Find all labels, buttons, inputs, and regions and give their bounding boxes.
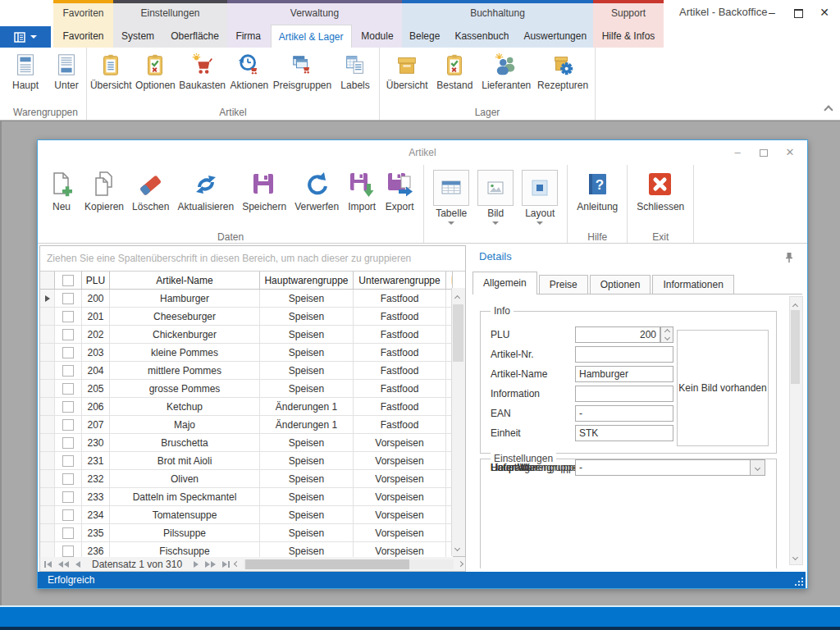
hscroll-right-icon[interactable]	[458, 561, 463, 567]
row-checkbox[interactable]	[55, 344, 82, 361]
bild-button[interactable]: Bild	[473, 168, 518, 226]
table-row[interactable]: 232 Oliven Speisen Vorspeisen	[40, 470, 453, 488]
ribbon-tab[interactable]: Artikel & Lager	[271, 25, 352, 48]
ribbon-tab[interactable]: Oberfläche	[163, 25, 226, 48]
ribbon-tab[interactable]: Favoriten	[55, 25, 111, 48]
artikel-uebersicht-button[interactable]: Übersicht	[90, 52, 132, 91]
child-titlebar[interactable]: Artikel – ✕	[38, 140, 807, 165]
row-checkbox[interactable]	[55, 362, 82, 379]
aktionen-button[interactable]: Aktionen	[229, 52, 270, 91]
pin-icon[interactable]	[784, 252, 794, 263]
scroll-up-icon[interactable]	[455, 291, 459, 303]
table-row[interactable]: 203 kleine Pommes Speisen Fastfood	[40, 344, 453, 362]
scroll-down-icon[interactable]	[455, 541, 459, 553]
row-checkbox[interactable]	[55, 452, 82, 469]
table-row[interactable]: 234 Tomatensuppe Speisen Vorspeisen	[40, 506, 453, 524]
ribbon-collapse-icon[interactable]	[824, 105, 833, 114]
table-row[interactable]: 231 Brot mit Aioli Speisen Vorspeisen	[40, 452, 453, 470]
row-checkbox[interactable]	[55, 326, 82, 343]
application-menu-button[interactable]	[0, 26, 51, 48]
row-checkbox[interactable]	[55, 398, 82, 415]
row-checkbox[interactable]	[55, 488, 82, 505]
artikel-nr-input[interactable]	[575, 346, 673, 363]
table-row[interactable]: 202 Chickenburger Speisen Fastfood	[40, 326, 453, 344]
close-button[interactable]: ✕	[814, 2, 835, 22]
tabelle-button[interactable]: Tabelle	[429, 168, 473, 226]
table-row[interactable]: 206 Ketchup Änderungen 1 Fastfood	[40, 398, 453, 416]
column-header-main-group[interactable]: Hauptwarengruppe	[260, 272, 354, 289]
column-header-plu[interactable]: PLU	[82, 272, 110, 289]
table-row[interactable]: 204 mittlere Pommes Speisen Fastfood	[40, 362, 453, 380]
details-tab[interactable]: Informationen	[652, 275, 733, 294]
scrollbar-thumb[interactable]	[791, 310, 800, 384]
resize-grip[interactable]	[795, 578, 803, 586]
nav-first-button[interactable]	[43, 561, 53, 568]
ean-input[interactable]: -	[575, 405, 673, 422]
anleitung-button[interactable]: ? Anleitung	[573, 168, 622, 214]
artikel-optionen-button[interactable]: Optionen	[135, 52, 176, 91]
scrollbar-thumb[interactable]	[453, 304, 463, 362]
grid-horizontal-scrollbar[interactable]	[244, 559, 454, 569]
loeschen-button[interactable]: Löschen	[128, 168, 173, 214]
verwerfen-button[interactable]: Verwerfen	[290, 168, 343, 214]
kopieren-button[interactable]: Kopieren	[80, 168, 128, 214]
rezepturen-button[interactable]: Rezepturen	[537, 52, 588, 91]
row-checkbox[interactable]	[55, 542, 82, 557]
table-row[interactable]: 235 Pilssuppe Speisen Vorspeisen	[40, 524, 453, 542]
labels-button[interactable]: Labels	[335, 52, 376, 91]
nav-next-button[interactable]	[192, 561, 200, 568]
export-button[interactable]: Export	[381, 168, 418, 214]
child-maximize-button[interactable]	[753, 143, 774, 162]
ribbon-tab[interactable]: Kassenbuch	[447, 25, 516, 48]
scroll-down-icon[interactable]	[793, 550, 797, 562]
scroll-up-icon[interactable]	[793, 299, 797, 311]
details-tab[interactable]: Preise	[539, 275, 588, 294]
nav-last-button[interactable]	[221, 561, 231, 568]
row-checkbox[interactable]	[55, 470, 82, 487]
table-row[interactable]: 236 Fischsuppe Speisen Vorspeisen	[40, 542, 453, 557]
dropdown-select[interactable]: -	[575, 459, 765, 476]
ribbon-tab[interactable]: Auswertungen	[516, 25, 594, 48]
unter-button[interactable]: Unter	[46, 52, 87, 91]
row-checkbox[interactable]	[55, 380, 82, 397]
group-by-panel[interactable]: Ziehen Sie eine Spaltenüberschrift in di…	[40, 246, 465, 272]
grid-vertical-scrollbar[interactable]	[451, 288, 465, 556]
dropdown-button[interactable]	[750, 460, 765, 475]
nav-prev-button[interactable]	[74, 561, 82, 568]
table-row[interactable]: 207 Majo Änderungen 1 Fastfood	[40, 416, 453, 434]
table-row[interactable]: 233 Datteln im Speckmantel Speisen Vorsp…	[40, 488, 453, 506]
nav-prev-page-button[interactable]	[57, 561, 71, 568]
plu-spinner[interactable]	[660, 326, 673, 343]
scrollbar-thumb[interactable]	[245, 559, 409, 569]
ribbon-tab[interactable]: Hilfe & Infos	[595, 25, 663, 48]
row-checkbox[interactable]	[55, 290, 82, 307]
plu-input[interactable]: 200	[575, 326, 660, 343]
header-checkbox[interactable]	[55, 272, 82, 289]
details-tab[interactable]: Optionen	[590, 275, 651, 294]
aktualisieren-button[interactable]: Aktualisieren	[173, 168, 238, 214]
details-vertical-scrollbar[interactable]	[789, 296, 803, 565]
haupt-button[interactable]: Haupt	[5, 52, 46, 91]
restore-button[interactable]	[788, 2, 809, 22]
baukasten-button[interactable]: Baukasten	[179, 52, 226, 91]
layout-button[interactable]: Layout	[518, 168, 562, 226]
speichern-button[interactable]: Speichern	[238, 168, 290, 214]
minimize-button[interactable]: –	[761, 2, 783, 22]
einheit-input[interactable]: STK	[575, 425, 673, 441]
preisgruppen-button[interactable]: Preisgruppen	[273, 52, 331, 91]
ribbon-tab[interactable]: Firma	[228, 25, 268, 48]
child-close-button[interactable]: ✕	[779, 143, 801, 162]
row-checkbox[interactable]	[55, 416, 82, 433]
ribbon-tab[interactable]: Belege	[402, 25, 447, 48]
nav-next-page-button[interactable]	[203, 561, 217, 568]
import-button[interactable]: Import	[343, 168, 381, 214]
row-checkbox[interactable]	[55, 506, 82, 523]
row-checkbox[interactable]	[55, 308, 82, 325]
ribbon-tab[interactable]: Module	[354, 25, 400, 48]
table-row[interactable]: 205 grosse Pommes Speisen Fastfood	[40, 380, 453, 398]
row-checkbox[interactable]	[55, 434, 82, 451]
bestand-button[interactable]: Bestand	[434, 52, 475, 91]
column-header-name[interactable]: Artikel-Name	[110, 272, 260, 289]
lieferanten-button[interactable]: Lieferanten	[482, 52, 531, 91]
information-input[interactable]	[575, 386, 673, 402]
